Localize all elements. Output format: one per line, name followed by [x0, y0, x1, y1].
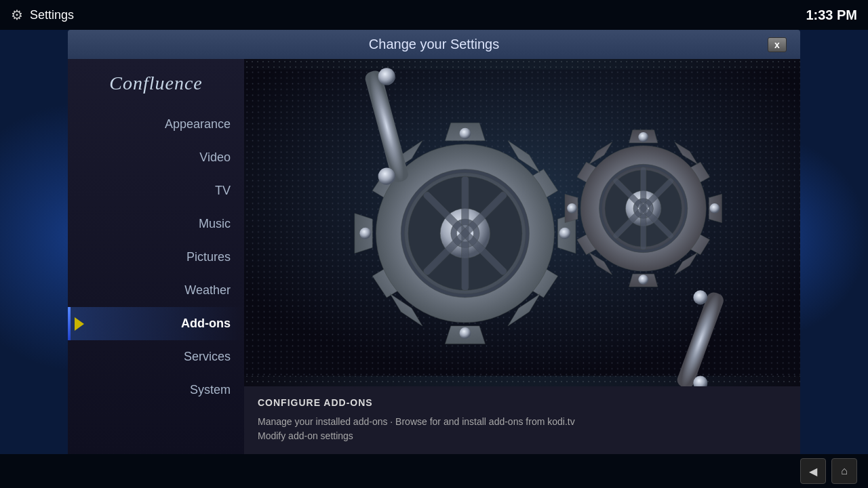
svg-point-29: [567, 203, 577, 214]
back-button[interactable]: ◀: [800, 458, 826, 484]
sidebar-item-system[interactable]: System: [68, 373, 244, 407]
svg-point-32: [378, 68, 395, 85]
selection-arrow: [75, 317, 84, 331]
dialog-title: Change your Settings: [317, 37, 552, 52]
home-button[interactable]: ⌂: [831, 458, 857, 484]
gear-icon: ⚙: [11, 7, 23, 23]
svg-point-14: [459, 327, 471, 339]
logo-text: Confluence: [109, 73, 203, 94]
svg-point-15: [359, 228, 371, 239]
gear-image-area: [244, 59, 800, 386]
close-button[interactable]: x: [768, 37, 787, 52]
description-line1: Manage your installed add-ons · Browse f…: [258, 415, 787, 429]
bottom-bar: ◀ ⌂: [0, 454, 868, 488]
description-area: CONFIGURE ADD-ONS Manage your installed …: [244, 386, 800, 454]
sidebar-item-weather[interactable]: Weather: [68, 274, 244, 307]
svg-point-13: [459, 128, 471, 140]
description-line2: Modify add-on settings: [258, 429, 787, 443]
app-title: Settings: [30, 8, 74, 22]
clock: 1:33 PM: [806, 7, 857, 23]
sidebar-item-appearance[interactable]: Appearance: [68, 108, 244, 141]
svg-point-30: [709, 203, 719, 214]
sidebar-item-pictures[interactable]: Pictures: [68, 241, 244, 274]
sidebar-item-services[interactable]: Services: [68, 340, 244, 373]
top-bar: ⚙ Settings 1:33 PM: [0, 0, 868, 30]
sidebar-logo: Confluence: [68, 66, 244, 108]
description-title: CONFIGURE ADD-ONS: [258, 397, 787, 408]
sidebar-item-tv[interactable]: TV: [68, 174, 244, 207]
dialog-body: Confluence Appearance Video TV Music Pic…: [68, 59, 800, 454]
svg-point-35: [693, 290, 707, 304]
dialog-header: Change your Settings x: [68, 30, 800, 59]
main-content: CONFIGURE ADD-ONS Manage your installed …: [244, 59, 800, 454]
gears-graphic: [244, 59, 800, 386]
svg-point-16: [559, 228, 571, 239]
svg-point-28: [638, 274, 648, 285]
sidebar-item-video[interactable]: Video: [68, 141, 244, 174]
sidebar-item-addons[interactable]: Add-ons: [68, 307, 244, 340]
settings-dialog: Change your Settings x Confluence Appear…: [68, 30, 800, 454]
svg-point-27: [638, 132, 648, 142]
svg-point-33: [378, 168, 395, 185]
sidebar: Confluence Appearance Video TV Music Pic…: [68, 59, 244, 454]
top-bar-left: ⚙ Settings: [11, 7, 74, 23]
sidebar-item-music[interactable]: Music: [68, 207, 244, 241]
